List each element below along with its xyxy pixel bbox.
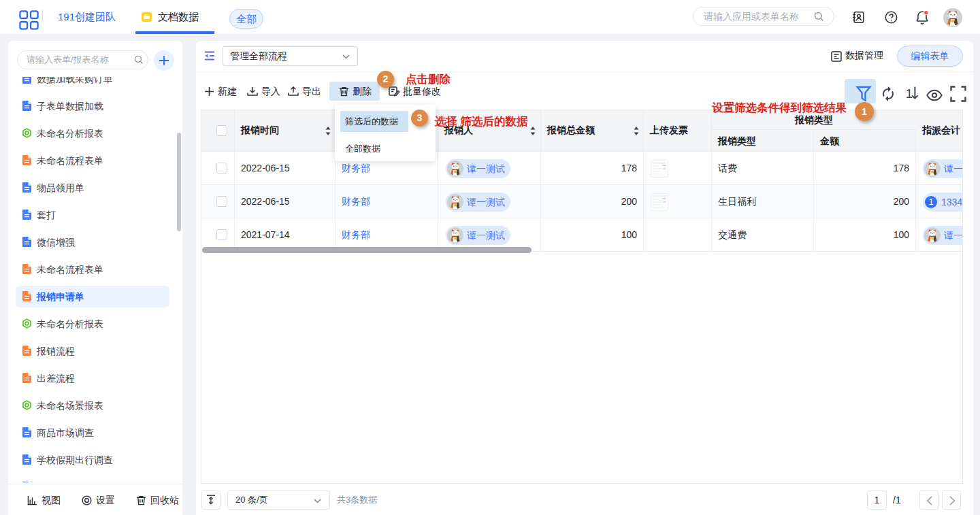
svg-text:1: 1 (906, 86, 913, 101)
